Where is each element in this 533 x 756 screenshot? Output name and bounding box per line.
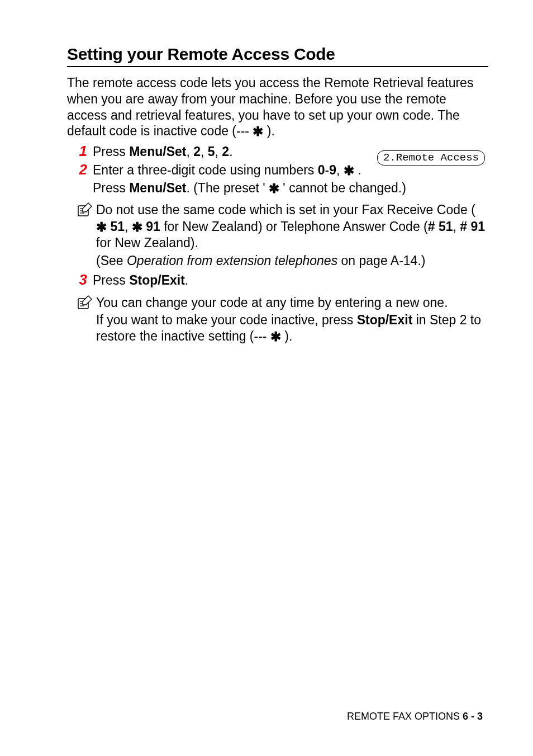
- digit-0: 0: [318, 163, 325, 177]
- svg-marker-9: [83, 296, 92, 305]
- step3-end: .: [185, 273, 188, 287]
- intro-paragraph: The remote access code lets you access t…: [67, 75, 488, 139]
- footer-page: 6 - 3: [463, 711, 483, 722]
- step-number: 3: [67, 272, 93, 287]
- stop-exit-key: Stop/Exit: [357, 313, 413, 327]
- footer-section: REMOTE FAX OPTIONS: [347, 711, 463, 722]
- section-title: Setting your Remote Access Code: [67, 45, 488, 67]
- key-5: 5: [208, 144, 215, 159]
- intro-end: ).: [263, 124, 274, 138]
- menu-set-key: Menu/Set: [129, 181, 186, 195]
- step-number: 2: [67, 162, 93, 177]
- key-2: 2: [193, 144, 201, 159]
- step3-pre: Press: [93, 273, 129, 287]
- step-number: 1: [67, 144, 93, 159]
- step1-seq2: ,: [201, 144, 208, 159]
- cross-ref: Operation from extension telephones: [127, 253, 337, 268]
- svg-marker-4: [83, 203, 92, 212]
- code-51: 51: [110, 219, 125, 234]
- note-body: You can change your code at any time by …: [96, 295, 488, 346]
- code-hash51: # 51: [428, 219, 453, 234]
- note-icon: [67, 202, 96, 220]
- note2-line1: You can change your code at any time by …: [96, 295, 488, 311]
- step-3: 3 Press Stop/Exit.: [67, 272, 488, 290]
- step1-seq1: ,: [186, 144, 193, 159]
- note-block-1: Do not use the same code which is set in…: [67, 202, 488, 270]
- note1-sep1: ,: [125, 219, 132, 234]
- menu-set-key: Menu/Set: [129, 144, 186, 159]
- step-body: Press Stop/Exit.: [93, 272, 488, 290]
- step2-period: .: [354, 163, 361, 177]
- note1-sep2: ,: [453, 219, 460, 234]
- note1-line2a: (See: [96, 253, 127, 268]
- note-icon: [67, 295, 96, 313]
- step2-line2c: ' cannot be changed.): [279, 181, 406, 195]
- step1-end: .: [229, 144, 232, 159]
- page-footer: REMOTE FAX OPTIONS 6 - 3: [347, 711, 483, 722]
- note1-line1c: for New Zealand).: [96, 235, 198, 250]
- step1-pre: Press: [93, 144, 129, 159]
- step2-comma: ,: [336, 163, 344, 177]
- star-icon: ✱: [270, 329, 281, 345]
- step-list-2: 3 Press Stop/Exit.: [67, 272, 488, 290]
- lcd-display: 2.Remote Access: [377, 150, 485, 166]
- note2-line2a: If you want to make your code inactive, …: [96, 313, 357, 327]
- code-91: 91: [146, 219, 160, 234]
- note2-line2c: ).: [281, 329, 292, 343]
- note-block-2: You can change your code at any time by …: [67, 295, 488, 346]
- star-icon: ✱: [96, 219, 107, 235]
- digit-9: 9: [329, 163, 336, 177]
- note-body: Do not use the same code which is set in…: [96, 202, 488, 270]
- step1-seq3: ,: [215, 144, 222, 159]
- star-icon: ✱: [269, 181, 279, 197]
- note1-line2b: on page A-14.): [337, 253, 425, 268]
- code-hash91: # 91: [460, 219, 485, 234]
- note1-line1b: for New Zealand) or Telephone Answer Cod…: [160, 219, 428, 234]
- note-pencil-icon: [77, 295, 93, 310]
- step-2: 2 Enter a three-digit code using numbers…: [67, 162, 488, 197]
- note1-line1a: Do not use the same code which is set in…: [96, 202, 475, 217]
- stop-exit-key: Stop/Exit: [129, 273, 185, 287]
- step2-line1a: Enter a three-digit code using numbers: [93, 163, 318, 177]
- step2-line2a: Press: [93, 181, 129, 195]
- star-icon: ✱: [253, 124, 263, 140]
- star-icon: ✱: [344, 163, 354, 179]
- step-body: Enter a three-digit code using numbers 0…: [93, 162, 488, 197]
- star-icon: ✱: [132, 219, 142, 235]
- page: Setting your Remote Access Code The remo…: [0, 0, 533, 756]
- key-2b: 2: [222, 144, 229, 159]
- step2-line2b: . (The preset ': [186, 181, 269, 195]
- note-pencil-icon: [77, 202, 93, 218]
